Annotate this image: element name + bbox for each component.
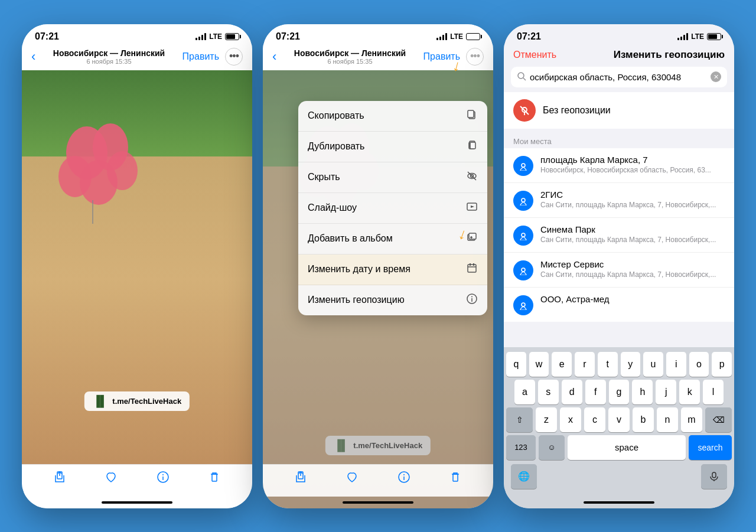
svg-point-37 [471, 296, 472, 297]
photo-title-2: Новосибирск — Ленинский [276, 48, 423, 58]
place-icon-0 [513, 156, 533, 176]
bottom-toolbar-1 [22, 464, 252, 497]
info-button-1[interactable] [157, 471, 170, 487]
place-item-2[interactable]: Синема Парк Сан Сити, площадь Карла Марк… [504, 218, 734, 253]
globe-key[interactable]: 🌐 [511, 464, 537, 489]
edit-button-1[interactable]: Править [183, 51, 219, 62]
key-k[interactable]: k [679, 380, 700, 404]
album-icon [466, 231, 478, 246]
place-icon-4 [513, 295, 533, 315]
status-icons-1: LTE [195, 32, 239, 41]
key-y[interactable]: y [621, 352, 641, 377]
clear-search-button[interactable]: ✕ [711, 71, 721, 82]
key-q[interactable]: q [506, 352, 526, 377]
more-button-2[interactable]: ••• [466, 48, 484, 66]
geo-screen-title: Изменить геопозицию [614, 49, 725, 61]
svg-point-42 [403, 474, 405, 475]
place-item-1[interactable]: 2ГИС Сан Сити, площадь Карла Маркса, 7, … [504, 183, 734, 218]
place-name-4: ООО, Астра-мед [540, 294, 725, 304]
key-a[interactable]: a [514, 380, 535, 404]
back-button-1[interactable]: ‹ [31, 49, 35, 64]
key-u[interactable]: u [643, 352, 663, 377]
trash-button-2[interactable] [449, 471, 462, 487]
key-f[interactable]: f [585, 380, 606, 404]
more-button-1[interactable]: ••• [225, 48, 243, 66]
nav-title-2: Новосибирск — Ленинский 6 ноября 15:35 [276, 48, 423, 65]
key-n[interactable]: n [657, 407, 678, 432]
svg-rect-28 [469, 233, 476, 239]
key-w[interactable]: w [529, 352, 549, 377]
delete-key[interactable]: ⌫ [705, 407, 732, 432]
svg-rect-43 [453, 474, 458, 481]
key-i[interactable]: i [666, 352, 686, 377]
geo-nav: Отменить Изменить геопозицию [504, 44, 734, 67]
place-item-4[interactable]: ООО, Астра-мед [504, 288, 734, 322]
places-list: площадь Карла Маркса, 7 Новосибирск, Нов… [504, 148, 734, 322]
key-z[interactable]: z [536, 407, 557, 432]
emoji-key[interactable]: ☺ [539, 435, 565, 460]
mic-key[interactable] [701, 464, 727, 489]
key-b[interactable]: b [633, 407, 654, 432]
key-h[interactable]: h [632, 380, 653, 404]
place-item-3[interactable]: Мистер Сервис Сан Сити, площадь Карла Ма… [504, 253, 734, 288]
status-bar-2: 07:21 LTE [263, 24, 493, 44]
key-s[interactable]: s [538, 380, 559, 404]
trash-button-1[interactable] [208, 471, 221, 487]
num-key[interactable]: 123 [506, 435, 536, 460]
keyboard-row-2: a s d f g h j k l [506, 380, 732, 404]
menu-item-change-geo[interactable]: Изменить геопозицию [298, 285, 487, 315]
key-v[interactable]: v [608, 407, 630, 432]
geo-search-input[interactable]: осибирская область, Россия, 630048 [530, 72, 707, 82]
key-j[interactable]: j [656, 380, 676, 404]
key-e[interactable]: e [552, 352, 572, 377]
space-key[interactable]: space [568, 435, 686, 460]
place-item-0[interactable]: площадь Карла Маркса, 7 Новосибирск, Нов… [504, 148, 734, 183]
heart-button-1[interactable] [105, 471, 118, 487]
cancel-button[interactable]: Отменить [513, 50, 556, 60]
menu-item-slideshow[interactable]: Слайд-шоу [298, 193, 487, 224]
place-addr-1: Сан Сити, площадь Карла Маркса, 7, Новос… [540, 201, 725, 209]
key-x[interactable]: x [560, 407, 581, 432]
search-icon [517, 71, 526, 83]
svg-point-4 [107, 151, 138, 190]
no-location-icon [513, 99, 536, 122]
keyboard-row-extra: 🌐 [506, 463, 732, 491]
home-indicator-2 [263, 497, 493, 508]
key-o[interactable]: o [689, 352, 709, 377]
watermark-2: ▐▌ t.me/TechLiveHack [325, 436, 431, 455]
menu-item-copy[interactable]: Скопировать [298, 101, 487, 132]
watermark-text-2: t.me/TechLiveHack [353, 441, 422, 450]
shift-key[interactable]: ⇧ [506, 407, 533, 432]
menu-item-hide[interactable]: Скрыть [298, 162, 487, 193]
key-g[interactable]: g [609, 380, 630, 404]
search-key[interactable]: search [689, 435, 732, 460]
key-m[interactable]: m [681, 407, 702, 432]
key-t[interactable]: t [598, 352, 618, 377]
menu-item-duplicate[interactable]: Дублировать [298, 132, 487, 162]
geo-search-bar[interactable]: осибирская область, Россия, 630048 ✕ [511, 67, 727, 87]
geo-info-icon [466, 293, 478, 308]
heart-button-2[interactable] [346, 471, 359, 487]
no-location-label: Без геопозиции [543, 105, 611, 116]
svg-point-44 [518, 73, 524, 79]
no-location-option[interactable]: Без геопозиции [504, 92, 734, 129]
key-r[interactable]: r [575, 352, 595, 377]
key-c[interactable]: c [584, 407, 605, 432]
key-d[interactable]: d [562, 380, 582, 404]
menu-item-change-date[interactable]: Изменить дату и время [298, 254, 487, 285]
svg-rect-31 [468, 265, 476, 272]
place-addr-2: Сан Сити, площадь Карла Маркса, 7, Новос… [540, 236, 725, 244]
info-button-2[interactable] [397, 471, 410, 487]
back-button-2[interactable]: ‹ [272, 49, 276, 64]
svg-rect-18 [468, 110, 474, 118]
key-l[interactable]: l [703, 380, 724, 404]
share-button-1[interactable] [53, 471, 66, 487]
balloon-svg [40, 106, 158, 224]
share-button-2[interactable] [294, 471, 307, 487]
signal-icon-2 [436, 33, 447, 40]
svg-line-45 [523, 78, 526, 80]
watermark-text-1: t.me/TechLiveHack [112, 397, 181, 406]
date-icon [466, 262, 478, 277]
key-p[interactable]: p [712, 352, 732, 377]
place-info-1: 2ГИС Сан Сити, площадь Карла Маркса, 7, … [540, 190, 725, 209]
